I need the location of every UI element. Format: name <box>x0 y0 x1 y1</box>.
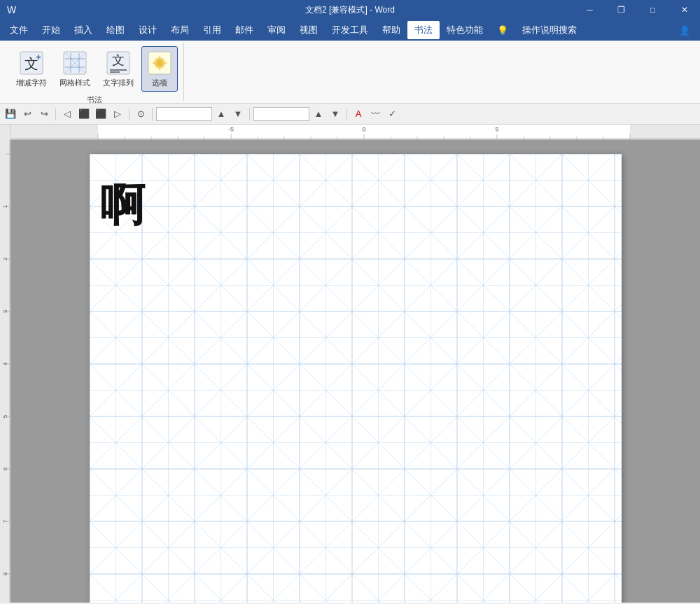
toolbar-separator-2 <box>129 108 130 120</box>
svg-text:+: + <box>36 52 41 62</box>
ruler-canvas <box>10 125 700 139</box>
document-page: 啊 <box>90 154 622 603</box>
vertical-ruler-canvas <box>0 140 10 603</box>
menu-special[interactable]: 特色功能 <box>440 21 490 39</box>
menu-insert[interactable]: 插入 <box>67 21 99 39</box>
menu-developer[interactable]: 开发工具 <box>325 21 375 39</box>
menu-home[interactable]: 开始 <box>35 21 67 39</box>
toolbar-btn-3[interactable]: ⬛ <box>93 106 108 122</box>
options-label: 选项 <box>152 78 167 88</box>
menu-mailings[interactable]: 邮件 <box>228 21 260 39</box>
font-size-input[interactable] <box>156 107 212 121</box>
toolbar-check-btn[interactable]: ✓ <box>384 106 400 122</box>
save-button[interactable]: 💾 <box>3 106 18 122</box>
toolbar-btn-1[interactable]: ◁ <box>59 106 75 122</box>
ribbon-calligraphy-section: 文 + 增减字符 <box>6 43 184 101</box>
toolbar-color-btn[interactable]: A <box>351 106 366 122</box>
toolbar-down-btn[interactable]: ▼ <box>230 106 246 122</box>
ribbon-options-button[interactable]: 选项 <box>141 46 178 92</box>
toolbar-wave-btn[interactable]: 〰 <box>368 106 383 122</box>
ribbon-group-label: 书法 <box>87 92 102 105</box>
ribbon-add-char-button[interactable]: 文 + 增减字符 <box>11 46 52 92</box>
toolbar-btn-4[interactable]: ▷ <box>110 106 125 122</box>
page-content-text: 啊 <box>100 175 145 236</box>
horizontal-ruler <box>10 125 700 140</box>
menu-help[interactable]: 帮助 <box>375 21 407 39</box>
app-icon: W <box>7 4 16 15</box>
maximize-button[interactable]: □ <box>637 0 668 20</box>
menu-search[interactable]: 操作说明搜索 <box>515 21 584 39</box>
ribbon-text-arrange-button[interactable]: 文 文字排列 <box>98 46 139 92</box>
svg-rect-27 <box>90 154 622 603</box>
restore-button[interactable]: ❐ <box>606 0 637 20</box>
ribbon-buttons: 文 + 增减字符 <box>11 46 178 92</box>
grid-style-label: 网格样式 <box>59 78 90 88</box>
menu-bar: 文件 开始 插入 绘图 设计 布局 引用 邮件 审阅 视图 开发工具 帮助 书法… <box>0 20 700 41</box>
toolbar-font-down[interactable]: ▼ <box>328 106 343 122</box>
svg-text:文: 文 <box>112 53 125 67</box>
close-button[interactable]: ✕ <box>668 0 700 20</box>
toolbar-font-up[interactable]: ▲ <box>311 106 326 122</box>
toolbar-up-btn[interactable]: ▲ <box>214 106 229 122</box>
menu-design[interactable]: 设计 <box>132 21 164 39</box>
toolbar-btn-5[interactable]: ⊙ <box>133 106 148 122</box>
undo-button[interactable]: ↩ <box>20 106 35 122</box>
ruler-corner <box>0 125 10 140</box>
redo-button[interactable]: ↪ <box>36 106 52 122</box>
title-bar: W 文档2 [兼容模式] - Word ─ ❐ □ ✕ <box>0 0 700 20</box>
title-bar-controls: ─ ❐ □ ✕ <box>574 0 700 20</box>
menu-review[interactable]: 审阅 <box>260 21 293 39</box>
options-icon <box>146 50 173 76</box>
title-bar-left: W <box>7 4 16 15</box>
add-char-icon: 文 + <box>18 50 45 76</box>
main-area: 啊 <box>0 140 700 603</box>
menu-user[interactable]: 👤 <box>672 22 697 38</box>
ribbon-grid-style-button[interactable]: 网格样式 <box>55 46 95 92</box>
menu-view[interactable]: 视图 <box>293 21 325 39</box>
menu-file[interactable]: 文件 <box>3 21 35 39</box>
menu-references[interactable]: 引用 <box>196 21 228 39</box>
document-area[interactable]: 啊 <box>10 140 700 603</box>
ribbon: 文 + 增减字符 <box>0 41 700 104</box>
toolbar-separator-5 <box>346 108 347 120</box>
toolbar-separator-4 <box>249 108 250 120</box>
add-char-label: 增减字符 <box>16 78 47 88</box>
vertical-ruler <box>0 140 10 603</box>
ribbon-group-calligraphy: 文 + 增减字符 <box>6 43 184 101</box>
toolbar-separator-3 <box>152 108 153 120</box>
ruler-area <box>0 125 700 140</box>
menu-calligraphy[interactable]: 书法 <box>407 21 440 39</box>
quick-access-toolbar: 💾 ↩ ↪ ◁ ⬛ ⬛ ▷ ⊙ ▲ ▼ ▲ ▼ A 〰 ✓ <box>0 104 700 125</box>
menu-lightbulb[interactable]: 💡 <box>490 22 515 38</box>
text-arrange-label: 文字排列 <box>103 78 134 88</box>
minimize-button[interactable]: ─ <box>574 0 606 20</box>
text-arrange-icon: 文 <box>105 50 132 76</box>
toolbar-btn-2[interactable]: ⬛ <box>76 106 92 122</box>
menu-layout[interactable]: 布局 <box>164 21 196 39</box>
menu-draw[interactable]: 绘图 <box>99 21 132 39</box>
grid-style-icon <box>62 50 88 76</box>
font-input[interactable] <box>253 107 309 121</box>
svg-point-16 <box>156 59 163 66</box>
calligraphy-grid <box>90 154 622 603</box>
toolbar-separator-1 <box>55 108 56 120</box>
title-text: 文档2 [兼容模式] - Word <box>305 4 395 16</box>
